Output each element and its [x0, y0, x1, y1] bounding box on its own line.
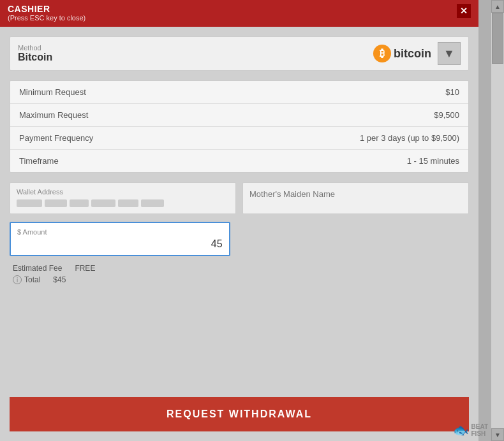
info-row-max-request: Maximum Request $9,500 [10, 104, 468, 127]
placeholder-block-3 [70, 199, 89, 207]
bitcoin-logo: ₿ bitcoin [373, 45, 431, 62]
info-icon[interactable]: i [13, 275, 22, 284]
method-left: Method Bitcoin [18, 44, 52, 63]
info-row-min-request: Minimum Request $10 [10, 81, 468, 104]
placeholder-block-4 [91, 199, 115, 207]
amount-section: $ Amount [10, 222, 469, 256]
amount-value-row [17, 238, 223, 250]
total-value: $45 [53, 275, 66, 284]
min-request-label: Minimum Request [19, 87, 86, 97]
timeframe-label: Timeframe [19, 156, 59, 166]
modal-subtitle: (Press ESC key to close) [8, 14, 85, 22]
info-row-payment-frequency: Payment Frequency 1 per 3 days (up to $9… [10, 127, 468, 150]
method-selector[interactable]: Method Bitcoin ₿ bitcoin ▼ [10, 36, 469, 71]
placeholder-block-2 [45, 199, 67, 207]
method-dropdown-button[interactable]: ▼ [438, 42, 461, 65]
amount-box: $ Amount [10, 222, 230, 256]
beatfish-branding: 🐟 BEAT FISH [453, 423, 488, 438]
wallet-placeholder-blocks [17, 198, 229, 208]
modal-title: CASHIER [8, 4, 85, 14]
fee-row: Estimated Fee FREE [13, 264, 469, 273]
close-button[interactable]: ✕ [457, 4, 471, 18]
beat-text: BEAT [471, 423, 488, 430]
amount-label: $ Amount [17, 228, 223, 236]
bitcoin-icon: ₿ [373, 45, 391, 62]
scrollbar-thumb[interactable] [492, 13, 503, 64]
timeframe-value: 1 - 15 minutes [407, 156, 459, 166]
modal-footer: REQUEST WITHDRAWAL [0, 387, 478, 441]
modal-header: CASHIER (Press ESC key to close) ✕ [0, 0, 478, 27]
method-label: Method [18, 44, 52, 52]
fee-section: Estimated Fee FREE i Total $45 [10, 264, 469, 284]
payment-frequency-value: 1 per 3 days (up to $9,500) [360, 133, 459, 143]
request-withdrawal-button[interactable]: REQUEST WITHDRAWAL [10, 397, 469, 431]
info-table: Minimum Request $10 Maximum Request $9,5… [10, 80, 469, 173]
placeholder-block-1 [17, 199, 42, 207]
scrollbar-down-button[interactable]: ▼ [491, 428, 504, 441]
fish-icon: 🐟 [453, 423, 469, 438]
method-value: Bitcoin [18, 52, 52, 63]
maiden-name-group [242, 182, 469, 214]
form-section: Wallet Address [10, 182, 469, 214]
scrollbar[interactable]: ▲ ▼ [491, 0, 504, 441]
scrollbar-track [491, 13, 504, 428]
estimated-fee-label: Estimated Fee [13, 264, 62, 273]
info-row-timeframe: Timeframe 1 - 15 minutes [10, 150, 468, 172]
max-request-value: $9,500 [434, 110, 459, 120]
payment-frequency-label: Payment Frequency [19, 133, 93, 143]
scrollbar-up-button[interactable]: ▲ [491, 0, 504, 13]
modal-body: Method Bitcoin ₿ bitcoin ▼ Minimum Reque… [0, 27, 478, 387]
placeholder-block-6 [141, 199, 164, 207]
amount-input[interactable] [17, 238, 223, 250]
method-right: ₿ bitcoin ▼ [373, 42, 461, 65]
estimated-fee-value: FREE [75, 264, 95, 273]
total-label: i Total [13, 275, 40, 284]
min-request-value: $10 [445, 87, 459, 97]
max-request-label: Maximum Request [19, 110, 88, 120]
placeholder-block-5 [118, 199, 138, 207]
maiden-name-input[interactable] [249, 189, 462, 199]
wallet-address-label: Wallet Address [17, 188, 229, 196]
total-text: Total [24, 275, 40, 284]
bitcoin-text: bitcoin [394, 47, 431, 61]
wallet-address-group: Wallet Address [10, 182, 236, 214]
fish-text: FISH [471, 430, 488, 437]
total-row: i Total $45 [13, 275, 469, 284]
